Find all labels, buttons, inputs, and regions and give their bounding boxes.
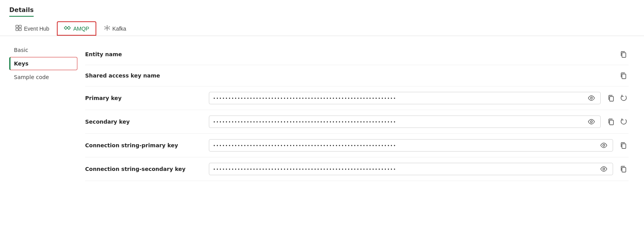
conn-secondary-field: ••••••••••••••••••••••••••••••••••••••••… <box>209 163 613 175</box>
copy-icon-2 <box>620 72 627 79</box>
field-row-primary-key: Primary key ••••••••••••••••••••••••••••… <box>85 86 629 110</box>
amqp-icon <box>64 25 71 32</box>
svg-point-13 <box>591 97 593 99</box>
secondary-key-eye-button[interactable] <box>586 118 596 125</box>
tab-kafka[interactable]: Kafka <box>98 22 133 35</box>
svg-point-15 <box>591 121 593 123</box>
shared-access-label: Shared access key name <box>85 72 209 79</box>
conn-primary-dots: ••••••••••••••••••••••••••••••••••••••••… <box>213 143 596 148</box>
shared-access-value <box>209 71 629 81</box>
tab-kafka-label: Kafka <box>113 26 126 32</box>
sidebar-item-sample-code[interactable]: Sample code <box>9 71 77 83</box>
copy-icon-3 <box>608 95 615 102</box>
conn-primary-field: ••••••••••••••••••••••••••••••••••••••••… <box>209 139 613 152</box>
field-row-shared-access: Shared access key name <box>85 65 629 86</box>
primary-key-label: Primary key <box>85 95 209 101</box>
sidebar-item-basic-label: Basic <box>14 47 28 53</box>
secondary-key-value: ••••••••••••••••••••••••••••••••••••••••… <box>209 116 629 128</box>
svg-point-17 <box>603 145 605 147</box>
tabs-row: Event Hub AMQP <box>0 17 644 36</box>
eye-icon-2 <box>588 119 595 124</box>
eye-icon-3 <box>600 143 607 148</box>
sidebar-item-keys-label: Keys <box>14 60 29 67</box>
svg-rect-14 <box>610 97 613 101</box>
primary-key-refresh-button[interactable] <box>618 93 629 103</box>
primary-key-field: ••••••••••••••••••••••••••••••••••••••••… <box>209 92 601 104</box>
secondary-key-refresh-button[interactable] <box>618 117 629 127</box>
svg-rect-16 <box>610 120 613 125</box>
svg-point-19 <box>603 168 605 170</box>
secondary-key-field: ••••••••••••••••••••••••••••••••••••••••… <box>209 116 601 128</box>
conn-secondary-label: Connection string-secondary key <box>85 166 209 172</box>
secondary-key-label: Secondary key <box>85 119 209 125</box>
svg-rect-3 <box>19 28 21 31</box>
copy-icon-4 <box>608 118 615 125</box>
secondary-key-copy-button[interactable] <box>606 117 616 127</box>
conn-secondary-eye-button[interactable] <box>599 165 609 172</box>
svg-rect-11 <box>622 53 626 57</box>
primary-key-eye-button[interactable] <box>586 95 596 102</box>
tab-amqp-label: AMQP <box>73 26 89 32</box>
conn-primary-label: Connection string-primary key <box>85 142 209 148</box>
refresh-icon <box>620 95 627 102</box>
conn-primary-eye-button[interactable] <box>599 142 609 149</box>
primary-key-copy-button[interactable] <box>606 93 616 103</box>
svg-rect-0 <box>16 25 18 28</box>
copy-icon-6 <box>620 165 627 172</box>
event-hub-icon <box>15 25 22 32</box>
field-row-entity-name: Entity name <box>85 44 629 65</box>
sidebar-item-keys[interactable]: Keys <box>9 57 77 70</box>
main-content: Entity name Shared access key name <box>77 36 644 231</box>
secondary-key-dots: ••••••••••••••••••••••••••••••••••••••••… <box>213 120 583 124</box>
svg-line-8 <box>108 29 110 29</box>
svg-point-4 <box>106 27 108 29</box>
sidebar: Basic Keys Sample code <box>0 36 77 231</box>
page-title: Details <box>9 6 34 17</box>
field-row-secondary-key: Secondary key ••••••••••••••••••••••••••… <box>85 110 629 134</box>
entity-name-value <box>209 49 629 59</box>
conn-secondary-dots: ••••••••••••••••••••••••••••••••••••••••… <box>213 167 596 171</box>
conn-secondary-copy-button[interactable] <box>618 164 629 174</box>
primary-key-dots: ••••••••••••••••••••••••••••••••••••••••… <box>213 96 583 100</box>
primary-key-actions <box>606 93 629 103</box>
svg-rect-1 <box>19 25 21 28</box>
secondary-key-actions <box>606 117 629 127</box>
conn-secondary-value: ••••••••••••••••••••••••••••••••••••••••… <box>209 163 629 175</box>
copy-icon-5 <box>620 142 627 149</box>
header: Details <box>0 0 644 17</box>
conn-secondary-actions <box>618 164 629 174</box>
field-row-conn-secondary: Connection string-secondary key ••••••••… <box>85 157 629 181</box>
entity-name-label: Entity name <box>85 51 209 57</box>
svg-line-10 <box>108 27 110 28</box>
shared-access-copy-button[interactable] <box>618 71 629 81</box>
tab-event-hub[interactable]: Event Hub <box>9 22 55 35</box>
content-area: Basic Keys Sample code Entity name <box>0 36 644 231</box>
tab-amqp[interactable]: AMQP <box>57 21 96 36</box>
svg-rect-2 <box>16 28 18 31</box>
svg-line-9 <box>104 29 106 29</box>
svg-rect-20 <box>622 167 626 172</box>
primary-key-value: ••••••••••••••••••••••••••••••••••••••••… <box>209 92 629 104</box>
svg-line-7 <box>104 27 106 28</box>
svg-rect-18 <box>622 144 626 148</box>
eye-icon-4 <box>600 166 607 172</box>
refresh-icon-2 <box>620 118 627 125</box>
eye-icon <box>588 95 595 101</box>
field-row-conn-primary: Connection string-primary key ••••••••••… <box>85 134 629 157</box>
sidebar-item-sample-code-label: Sample code <box>14 74 49 80</box>
kafka-icon <box>104 25 110 32</box>
sidebar-item-basic[interactable]: Basic <box>9 44 77 56</box>
conn-primary-actions <box>618 140 629 150</box>
entity-name-copy-button[interactable] <box>618 49 629 59</box>
conn-primary-value: ••••••••••••••••••••••••••••••••••••••••… <box>209 139 629 152</box>
conn-primary-copy-button[interactable] <box>618 140 629 150</box>
tab-event-hub-label: Event Hub <box>24 26 49 32</box>
page: Details Event Hub AMQP <box>0 0 644 231</box>
copy-icon <box>620 51 627 58</box>
svg-rect-12 <box>622 74 626 79</box>
